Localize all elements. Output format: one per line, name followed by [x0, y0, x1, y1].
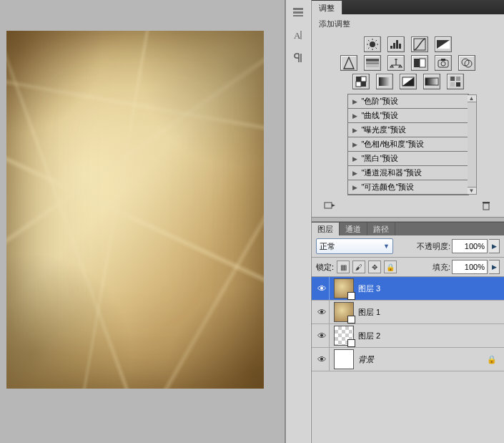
preset-channel-mixer[interactable]: ▶"通道混和器"预设	[348, 166, 468, 180]
color-balance-icon[interactable]	[387, 55, 405, 71]
character-panel-icon[interactable]: A	[287, 26, 309, 44]
adjustment-icons-row-2	[317, 55, 498, 71]
layer-list: 👁 图层 3 👁 图层 1 👁 图层 2 👁 背景 🔒	[312, 277, 504, 443]
svg-rect-16	[396, 40, 398, 49]
opacity-flyout-icon[interactable]: ▶	[489, 239, 500, 253]
visibility-eye-icon[interactable]: 👁	[315, 324, 330, 347]
layer-row[interactable]: 👁 图层 1	[312, 301, 504, 324]
return-to-adjustlist-icon[interactable]	[322, 200, 337, 211]
preset-bw[interactable]: ▶"黑白"预设	[348, 152, 468, 166]
layer-thumbnail[interactable]	[334, 302, 354, 322]
layer-name[interactable]: 背景	[358, 354, 374, 365]
layer-thumbnail[interactable]	[334, 278, 354, 298]
lock-all-icon[interactable]: 🔒	[384, 261, 397, 273]
selective-color-icon[interactable]	[447, 74, 464, 89]
layer-thumbnail[interactable]	[334, 326, 354, 346]
svg-rect-14	[390, 46, 392, 49]
preset-hue-sat[interactable]: ▶"色相/饱和度"预设	[348, 137, 468, 152]
panel-toggle-1[interactable]	[287, 3, 309, 21]
svg-rect-17	[399, 44, 401, 49]
preset-levels[interactable]: ▶"色阶"预设	[348, 94, 468, 109]
svg-line-13	[376, 40, 377, 42]
lock-pixels-icon[interactable]: 🖌	[352, 261, 365, 273]
collapsed-panel-strip: A	[285, 0, 311, 443]
opacity-label: 不透明度:	[417, 241, 450, 252]
preset-exposure[interactable]: ▶"曝光度"预设	[348, 123, 468, 137]
adjustment-icons-row-1	[317, 36, 498, 52]
layer-name[interactable]: 图层 2	[358, 331, 380, 341]
fill-field[interactable]: 100%	[452, 260, 488, 274]
document-canvas[interactable]	[6, 31, 264, 389]
svg-rect-40	[450, 77, 455, 81]
svg-line-11	[376, 48, 377, 49]
exposure-icon[interactable]	[435, 36, 452, 52]
layer-name[interactable]: 图层 3	[358, 283, 380, 294]
vibrance-icon[interactable]	[340, 55, 357, 71]
adjustments-footer	[317, 198, 498, 213]
svg-marker-45	[332, 204, 335, 207]
tab-adjustments[interactable]: 调整	[312, 0, 342, 14]
svg-point-5	[370, 42, 375, 47]
thumb-corner-icon	[347, 316, 355, 323]
blend-mode-select[interactable]: 正常 ▼	[316, 238, 393, 254]
tab-channels[interactable]: 通道	[340, 223, 367, 235]
opacity-field[interactable]: 100%	[452, 239, 488, 253]
channel-mixer-icon[interactable]	[458, 55, 475, 71]
disclosure-triangle-icon: ▶	[352, 98, 357, 105]
posterize-icon[interactable]	[376, 74, 393, 89]
lock-position-icon[interactable]: ✥	[368, 261, 381, 273]
lock-transparent-icon[interactable]: ▦	[337, 261, 350, 273]
svg-rect-24	[366, 65, 379, 67]
visibility-eye-icon[interactable]: 👁	[315, 301, 330, 323]
invert-icon[interactable]	[352, 74, 370, 89]
tab-paths[interactable]: 路径	[367, 223, 395, 235]
thumb-corner-icon	[347, 292, 355, 300]
threshold-icon[interactable]	[400, 74, 417, 89]
svg-point-30	[462, 59, 469, 66]
canvas-area[interactable]	[0, 0, 285, 443]
layer-controls-row-1: 正常 ▼ 不透明度: 100% ▶	[312, 235, 504, 258]
bw-icon[interactable]	[411, 55, 428, 71]
layer-row[interactable]: 👁 图层 2	[312, 324, 504, 348]
lock-label: 锁定:	[316, 262, 334, 273]
gradient-map-icon[interactable]	[423, 74, 440, 89]
preset-curves[interactable]: ▶"曲线"预设	[348, 109, 468, 123]
photo-filter-icon[interactable]	[435, 55, 452, 71]
layer-row-background[interactable]: 👁 背景 🔒	[312, 348, 504, 371]
fill-label: 填充:	[433, 262, 450, 273]
preset-label: "色阶"预设	[362, 96, 399, 107]
layer-name[interactable]: 图层 1	[358, 307, 380, 318]
svg-rect-42	[450, 82, 455, 87]
layer-row[interactable]: 👁 图层 3	[312, 277, 504, 301]
svg-text:A: A	[294, 30, 301, 41]
svg-rect-39	[425, 78, 438, 85]
paragraph-panel-icon[interactable]	[287, 49, 309, 67]
tab-layers[interactable]: 图层	[312, 223, 340, 235]
hue-sat-icon[interactable]	[364, 55, 381, 71]
svg-marker-21	[344, 57, 354, 69]
preset-label: "曲线"预设	[362, 110, 399, 121]
thumb-corner-icon	[347, 339, 355, 347]
fill-flyout-icon[interactable]: ▶	[489, 260, 500, 274]
brightness-contrast-icon[interactable]	[364, 36, 381, 52]
trash-icon[interactable]	[478, 200, 494, 211]
svg-rect-15	[393, 43, 395, 49]
svg-rect-44	[325, 203, 332, 208]
svg-rect-23	[366, 62, 379, 64]
svg-rect-46	[483, 203, 489, 210]
visibility-eye-icon[interactable]: 👁	[315, 277, 330, 300]
layer-controls-row-2: 锁定: ▦ 🖌 ✥ 🔒 填充: 100% ▶	[312, 258, 504, 277]
svg-rect-43	[456, 82, 460, 87]
adjustments-tabbar: 调整	[312, 0, 504, 14]
preset-selective-color[interactable]: ▶"可选颜色"预设	[348, 180, 468, 195]
layer-thumbnail[interactable]	[334, 349, 354, 369]
adjustment-presets-list: ▶"色阶"预设 ▶"曲线"预设 ▶"曝光度"预设 ▶"色相/饱和度"预设 ▶"黑…	[347, 94, 469, 195]
levels-icon[interactable]	[387, 36, 405, 52]
visibility-eye-icon[interactable]: 👁	[315, 348, 330, 371]
panel-divider[interactable]	[312, 217, 504, 222]
svg-rect-26	[420, 59, 425, 67]
svg-rect-22	[366, 59, 379, 62]
svg-rect-1	[293, 11, 303, 14]
curves-icon[interactable]	[411, 36, 428, 52]
preset-scrollbar[interactable]	[468, 94, 477, 195]
